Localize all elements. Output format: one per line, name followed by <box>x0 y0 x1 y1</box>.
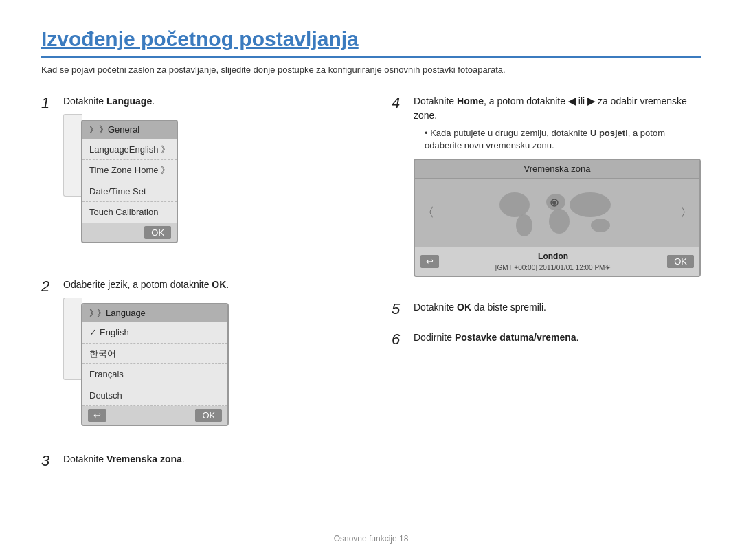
general-ok-button[interactable]: OK <box>144 226 171 239</box>
step-number-6: 6 <box>392 331 408 348</box>
map-arrow-left[interactable]: 〈 <box>422 203 434 222</box>
map-arrow-right[interactable]: 〉 <box>680 203 693 222</box>
general-header-label: 》General <box>99 124 139 135</box>
language-screen-header: 》》Language <box>82 304 227 323</box>
step-number-5: 5 <box>392 300 408 318</box>
lang-item-english[interactable]: ✓English <box>82 322 227 344</box>
page-subtitle: Kad se pojavi početni zaslon za postavlj… <box>41 65 701 75</box>
step-number-2: 2 <box>41 278 58 295</box>
step-number-1: 1 <box>41 94 58 112</box>
svg-point-4 <box>549 209 570 234</box>
step-number-4: 4 <box>392 94 408 112</box>
svg-point-6 <box>591 219 610 232</box>
step-5-text: Dotaknite OK da biste spremili. <box>414 300 546 315</box>
general-row-language[interactable]: Language English 》 <box>82 139 177 161</box>
map-ok-button[interactable]: OK <box>667 255 694 268</box>
step-4-bullet: • Kada putujete u drugu zemlju, dotaknit… <box>425 127 701 152</box>
step-1: 1 Dotaknite Language. 》》General Language <box>41 94 350 265</box>
general-row-touchcal[interactable]: Touch Calibration <box>82 202 177 223</box>
general-row-datetime[interactable]: Date/Time Set <box>82 181 177 203</box>
step-3-text: Dotaknite Vremenska zona. <box>63 452 185 467</box>
step-1-text: Dotaknite Language. 》》General Language E… <box>63 94 178 265</box>
screen-left-box <box>63 114 82 197</box>
svg-point-1 <box>499 192 530 217</box>
language-ok-button[interactable]: OK <box>195 409 222 422</box>
page-title: Izvođenje početnog postavljanja <box>41 27 701 58</box>
map-screen: Vremenska zona 〈 <box>414 159 701 277</box>
general-screen-header: 》》General <box>82 121 177 139</box>
lang-item-french[interactable]: Français <box>82 364 227 385</box>
general-screen: 》》General Language English 》 Time Zone H… <box>81 114 178 254</box>
world-map-svg <box>488 186 626 240</box>
svg-point-5 <box>570 192 611 217</box>
header-arrow: 》 <box>89 125 98 135</box>
step-4-text: Dotaknite Home, a potom dotaknite ◀ ili … <box>414 94 701 288</box>
map-title: Vremenska zona <box>415 160 699 179</box>
step-4: 4 Dotaknite Home, a potom dotaknite ◀ il… <box>392 94 701 288</box>
map-city-name: London <box>439 250 667 262</box>
world-map <box>434 186 680 240</box>
map-city-gmt: [GMT +00:00] 2011/01/01 12:00 PM☀ <box>439 262 667 273</box>
language-back-button[interactable]: ↩ <box>88 409 106 422</box>
step-number-3: 3 <box>41 452 58 470</box>
map-back-button[interactable]: ↩ <box>420 255 439 268</box>
step-6-text: Dodirnite Postavke datuma/vremena. <box>414 331 578 345</box>
step-2-text: Odaberite jezik, a potom dotaknite OK. 》… <box>63 278 229 440</box>
check-mark: ✓ <box>89 327 97 337</box>
svg-point-7 <box>552 201 556 205</box>
map-city-info: London [GMT +00:00] 2011/01/01 12:00 PM☀ <box>439 250 667 273</box>
lang-screen-left-box <box>63 298 82 380</box>
page-footer: Osnovne funkcije 18 <box>0 534 742 544</box>
lang-header-label: 》Language <box>97 308 146 318</box>
svg-point-2 <box>516 214 532 236</box>
step-6: 6 Dodirnite Postavke datuma/vremena. <box>392 331 701 348</box>
lang-item-german[interactable]: Deutsch <box>82 385 227 407</box>
step-2: 2 Odaberite jezik, a potom dotaknite OK.… <box>41 278 350 440</box>
step-5: 5 Dotaknite OK da biste spremili. <box>392 300 701 318</box>
step-3: 3 Dotaknite Vremenska zona. <box>41 452 350 470</box>
general-row-timezone[interactable]: Time Zone Home 》 <box>82 160 177 181</box>
lang-item-korean[interactable]: 한국어 <box>82 344 227 365</box>
language-screen: 》》Language ✓English 한국어 Français <box>81 298 229 434</box>
